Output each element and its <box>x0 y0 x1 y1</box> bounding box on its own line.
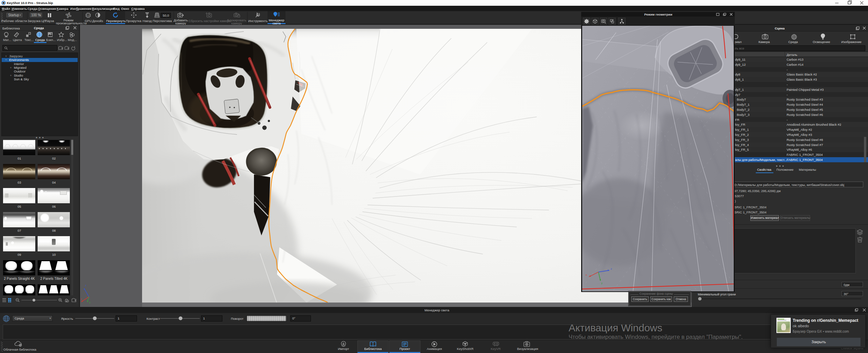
svg-text:x: x <box>81 298 82 300</box>
svg-text:y: y <box>601 282 603 285</box>
svg-text:z: z <box>611 267 612 270</box>
svg-text:z: z <box>85 284 86 287</box>
svg-text:G: G <box>87 14 89 17</box>
svg-text:y: y <box>89 301 91 304</box>
svg-text:P: P <box>68 14 70 17</box>
svg-text:x: x <box>586 273 587 276</box>
